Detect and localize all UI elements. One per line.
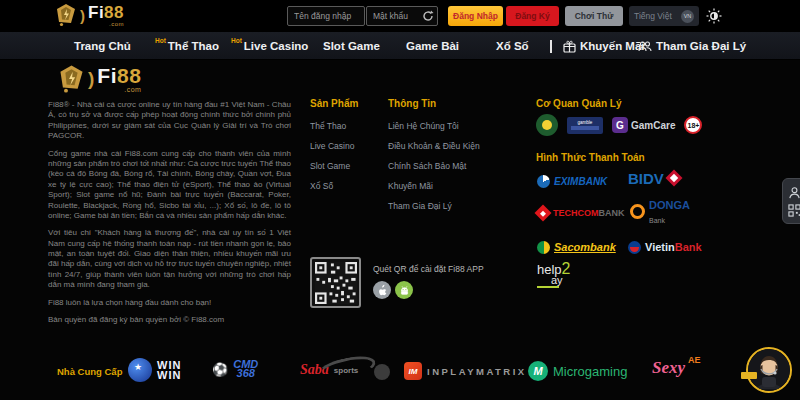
footer-link-live-casino[interactable]: Live Casino [310,141,354,151]
nav-divider [550,40,552,53]
info-column-title: Thông Tin [388,98,436,109]
bidv-icon [665,170,682,187]
hot-badge: Hot [155,37,166,44]
bank-sacombank: Sacombank [537,238,616,256]
logo-fi: Fi [88,3,104,22]
provider-winwin: WINWIN [128,358,181,382]
qr-mini-icon[interactable] [788,204,800,217]
android-app-button[interactable] [395,281,413,299]
gamcare-logo: G GamCare [612,117,675,133]
qr-pattern [315,262,357,304]
nav-item-promotions[interactable]: Khuyến Mãi [563,32,645,60]
nav-label: Slot Game [323,40,380,52]
account-icon[interactable] [788,186,800,199]
register-button[interactable]: Đăng Ký [506,6,559,26]
language-selector[interactable]: Tiếng Việt VN [629,6,699,26]
eximbank-label: EXIMBANK [554,176,607,187]
mascot-badge [741,372,757,379]
techcom-label: TECHCOM [553,208,599,218]
page: ) Fi88 .com Đăng Nhập Đăng Ký Chơi Thử T… [0,0,800,400]
fi88-logo[interactable]: ) Fi88 .com [55,3,124,27]
footer-logo-icon [58,64,85,94]
vietinbank-icon [628,241,641,254]
nav-label: Live Casino [244,40,309,52]
provider-microgaming: M Microgaming [528,361,627,381]
help2pay-logo: help2 ay [537,262,570,288]
inplaymatrix-icon: IM [404,362,422,380]
footer-link-slot-game[interactable]: Slot Game [310,161,350,171]
nav-item-live-casino[interactable]: HotLive Casino [231,32,308,60]
about-text: Fi88® - Nhà cái cá cược online uy tín hà… [48,100,291,332]
username-input[interactable] [287,6,365,26]
forgot-password-icon[interactable] [421,9,435,23]
vietin-bank-label: Bank [675,241,702,253]
logo-88: 88 [117,64,141,87]
microgaming-label: Microgaming [553,364,627,379]
age-18plus-badge: 18+ [684,116,702,134]
about-paragraph-1: Fi88® - Nhà cái cá cược online uy tín hà… [48,100,291,142]
products-column-title: Sản Phẩm [310,98,358,109]
footer-link-terms[interactable]: Điều Khoản & Điều Kiện [388,141,480,151]
provider-saba-sports: Saba sports [300,362,395,378]
footer-link-sports[interactable]: Thể Thao [310,121,346,131]
gift-icon [563,40,576,53]
floating-side-widget [782,178,800,224]
saba-ball-icon [374,364,390,380]
footer-link-promotions[interactable]: Khuyến Mãi [388,181,433,191]
brightness-icon[interactable] [706,8,722,24]
support-mascot-button[interactable] [746,347,792,393]
nav-item-agent[interactable]: Tham Gia Đại Lý [638,32,746,60]
login-button[interactable]: Đăng Nhập [448,6,503,26]
bank-techcombank: TECHCOMBANK [537,204,625,222]
footer-link-lottery[interactable]: Xổ Số [310,181,333,191]
nav-item-home[interactable]: Trang Chủ [74,32,131,60]
nav-item-sports[interactable]: HotThể Thao [155,32,219,60]
app-qr-code [310,257,361,308]
nav-label: Trang Chủ [74,40,131,52]
about-paragraph-2: Cổng game nhà cái Fi88.com cung cấp cho … [48,149,291,222]
footer-link-contact[interactable]: Liên Hệ Chúng Tôi [388,121,459,131]
bidv-label: BIDV [628,170,664,187]
nav-item-lottery[interactable]: Xổ Số [496,32,529,60]
vietin-label: Vietin [645,241,675,253]
provider-inplaymatrix: IM INPLAYMATRIX [404,362,527,380]
eximbank-icon [537,175,550,188]
nav-item-slot-game[interactable]: Slot Game [323,32,380,60]
pagcor-logo [536,114,558,136]
ae-badge: AE [688,355,701,365]
bank-vietinbank: VietinBank [628,238,702,256]
donga-label: DONGA [649,199,690,211]
microgaming-icon: M [528,361,548,381]
language-flag-badge: VN [681,10,694,23]
donga-bank-label: Bank [649,217,665,224]
gambleaware-text: gamble [578,120,593,125]
provider-ae-sexy: Sexy AE [652,358,703,378]
saba-swoosh [317,352,378,384]
footer-link-agent[interactable]: Tham Gia Đại Lý [388,201,452,211]
ae-sexy-label: Sexy [652,358,685,378]
cmd-number: 368 [233,369,258,378]
ios-app-button[interactable] [373,281,391,299]
gamcare-label: GamCare [631,120,675,131]
gamcare-g-badge: G [612,117,628,133]
play-demo-button[interactable]: Chơi Thử [565,6,623,26]
qr-caption: Quét QR để cài đặt Fi88 APP [373,264,484,274]
providers-title: Nhà Cung Cấp [57,366,122,377]
nav-item-card-games[interactable]: Game Bài [406,32,459,60]
payments-title: Hình Thức Thanh Toán [536,152,645,163]
sacombank-icon [537,241,550,254]
footer-fi88-logo[interactable]: ) Fi88 .com [58,64,141,94]
inplaymatrix-label: INPLAYMATRIX [427,366,527,377]
agents-icon [638,40,652,53]
bank-donga: DONGABank [630,202,690,220]
nav-label: Xổ Số [496,40,529,52]
techcombank-icon [535,205,552,222]
bank-bidv: BIDV [628,169,680,187]
provider-cmd368: ⚽ CMD368 [212,360,258,379]
main-nav: Trang Chủ HotThể Thao HotLive Casino Slo… [0,32,800,60]
nav-label: Game Bài [406,40,459,52]
regulator-logos: gamble G GamCare 18+ [536,114,702,136]
about-tagline: Fi88 luôn là lựa chọn hàng đầu dành cho … [48,298,291,308]
topbar: ) Fi88 .com Đăng Nhập Đăng Ký Chơi Thử T… [0,0,800,32]
footer-link-privacy[interactable]: Chính Sách Bảo Mật [388,161,466,171]
